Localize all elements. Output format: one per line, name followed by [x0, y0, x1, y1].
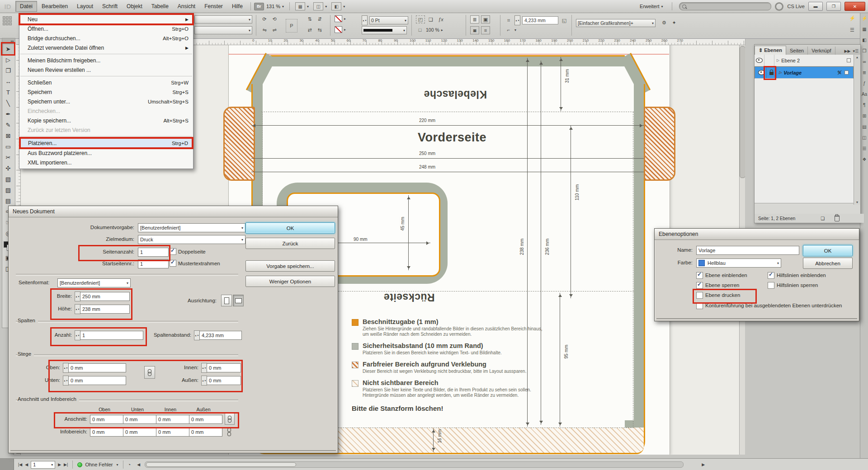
abbrechen-button[interactable]: Abbrechen: [803, 258, 853, 269]
startseitennr-input[interactable]: 1: [138, 259, 169, 268]
effects-panel-icon[interactable]: ƒ: [860, 78, 868, 89]
weniger-optionen-button[interactable]: Weniger Optionen: [245, 276, 335, 287]
file-menu-item[interactable]: Zurück zur letzten Version: [19, 125, 193, 135]
selection-tool[interactable]: ➤: [2, 43, 14, 54]
layer-visibility-toggle[interactable]: [755, 55, 764, 66]
scissors-tool[interactable]: ✂: [2, 152, 14, 163]
free-transform-tool[interactable]: ✣: [2, 163, 14, 174]
menu-layout[interactable]: Layout: [72, 1, 98, 12]
corner-shape-select[interactable]: ⌐▾: [505, 26, 516, 33]
aussen-input[interactable]: 0 mm: [207, 376, 241, 385]
swatch-stroke-select[interactable]: ▾: [194, 26, 252, 34]
glyphs-panel-icon[interactable]: ⊞: [860, 110, 868, 121]
file-menu-item[interactable]: Bridge durchsuchen...Alt+Strg+O: [19, 33, 193, 43]
layers-scrollbar[interactable]: ▲▼: [854, 55, 860, 205]
preflight-menu-caret[interactable]: ▾: [117, 463, 118, 467]
document-vertical-scrollbar-thumb[interactable]: [740, 46, 745, 178]
tools-panel-collapse-icon[interactable]: ▸▸: [2, 38, 15, 43]
expand-triangle-icon[interactable]: ▷: [777, 58, 779, 62]
file-menu-item[interactable]: Neu▶: [19, 14, 193, 24]
control-panel-menu-icon[interactable]: ☰: [848, 26, 856, 33]
layer-lock-toggle[interactable]: [767, 67, 777, 78]
text-wrap-panel-icon[interactable]: ◫: [860, 132, 868, 143]
panel-menu-icon[interactable]: ▾☰: [853, 49, 859, 53]
character-panel-icon[interactable]: Aa: [860, 89, 868, 99]
dialog-title[interactable]: Neues Dokument: [9, 206, 338, 217]
infobereich-input[interactable]: 0 mm: [90, 428, 123, 437]
align-panel-icon[interactable]: ☰: [860, 143, 868, 154]
anschnitt-input[interactable]: 0 mm: [189, 415, 222, 424]
cs-live-icon[interactable]: [775, 2, 783, 11]
seitenformat-select[interactable]: [Benutzerdefiniert]▾: [57, 278, 131, 287]
note-tool[interactable]: ▤: [2, 195, 14, 206]
farbe-select[interactable]: Hellblau▾: [696, 258, 781, 268]
file-menu-item[interactable]: Meinen Bildschirm freigeben...: [19, 56, 193, 65]
layer-row-vorlage[interactable]: ▷ Vorlage ✎̸: [755, 66, 854, 79]
control-panel-lightning-icon[interactable]: ⚡: [848, 14, 856, 22]
panel-collapse-icon[interactable]: ▶▶: [844, 49, 851, 53]
pencil-tool[interactable]: ✎: [2, 119, 14, 130]
menu-tabelle[interactable]: Tabelle: [147, 1, 173, 12]
view-options-dropdown[interactable]: ▦▾: [293, 1, 311, 11]
name-input[interactable]: Vorlage: [696, 246, 799, 255]
preflight-clock-icon[interactable]: ◔: [128, 462, 131, 467]
horizontal-scrollbar-thumb[interactable]: [146, 462, 296, 467]
first-page-button[interactable]: |◀: [18, 462, 22, 467]
page-number-field[interactable]: 1▾: [31, 461, 55, 469]
paragraph-panel-icon[interactable]: ¶: [860, 99, 868, 110]
expand-triangle-icon[interactable]: ▷: [779, 70, 782, 75]
prev-page-button[interactable]: ◀: [25, 462, 28, 467]
dialog-title[interactable]: Ebenenoptionen: [655, 229, 859, 240]
ebene-sperren-checkbox[interactable]: [696, 282, 703, 289]
delete-layer-icon[interactable]: [835, 216, 840, 221]
file-menu-item[interactable]: Einchecken...: [19, 106, 193, 116]
zurueck-button[interactable]: Zurück: [245, 238, 335, 249]
layer-lock-toggle[interactable]: [764, 55, 774, 66]
layer-name[interactable]: Ebene 2: [781, 58, 800, 63]
stroke-panel-icon[interactable]: ≣: [860, 67, 868, 78]
layer-target-square[interactable]: [844, 70, 849, 75]
object-style-select[interactable]: [Einfacher Grafikrahmen]+▾: [576, 19, 656, 27]
hilfslinien-einblenden-checkbox[interactable]: [768, 272, 774, 279]
file-menu-item[interactable]: Speichern unter...Umschalt+Strg+S: [19, 97, 193, 106]
vorgabe-speichern-button[interactable]: Vorgabe speichern...: [245, 260, 335, 272]
anschnitt-input[interactable]: 0 mm: [156, 415, 189, 424]
infobereich-input[interactable]: 0 mm: [123, 428, 156, 437]
dokumentvorgabe-select[interactable]: [Benutzerdefiniert]▾: [138, 223, 245, 232]
infobereich-link-button[interactable]: [225, 426, 234, 437]
orientation-landscape-button[interactable]: [233, 295, 244, 306]
flip-buttons[interactable]: ⇋⇌: [260, 26, 278, 33]
swatches-panel-icon[interactable]: ▦: [860, 24, 868, 34]
corner-options-icons[interactable]: ◰❑ƒx: [416, 15, 445, 24]
minimize-button[interactable]: ▬: [808, 2, 823, 11]
file-menu-item[interactable]: SchließenStrg+W: [19, 78, 193, 87]
gradient-tool[interactable]: ▧: [2, 174, 14, 184]
scroll-right-button[interactable]: ▶: [702, 462, 705, 467]
table-panel-icon[interactable]: ▤: [860, 121, 868, 132]
opacity-field[interactable]: □100 %▸: [416, 26, 443, 33]
scroll-left-button[interactable]: ◀: [137, 462, 140, 467]
spaltenabstand-input[interactable]: 4,233 mm: [199, 331, 242, 340]
panel-tab-verknüpf[interactable]: Verknüpf: [808, 47, 835, 55]
file-menu-item[interactable]: Kopie speichern...Alt+Strg+S: [19, 116, 193, 125]
text-wrap-buttons-bottom[interactable]: ◙≡: [470, 26, 490, 34]
layer-row-ebene2[interactable]: ▷ Ebene 2: [755, 55, 854, 66]
menu-schrift[interactable]: Schrift: [98, 1, 122, 12]
bridge-button[interactable]: Br: [254, 3, 264, 10]
restore-button[interactable]: ❐: [826, 2, 841, 11]
file-menu-item[interactable]: SpeichernStrg+S: [19, 87, 193, 97]
gradient-feather-tool[interactable]: ▨: [2, 184, 14, 195]
panel-tab-seiten[interactable]: Seiten: [786, 47, 808, 55]
file-menu-item[interactable]: Öffnen...Strg+O: [19, 24, 193, 33]
stroke-style-select[interactable]: ▾: [362, 26, 407, 34]
distribute-buttons-bottom[interactable]: ⇄⇆: [306, 26, 324, 33]
ok-button[interactable]: OK: [803, 245, 853, 256]
corner-radius-field[interactable]: ⌗▲▼ 4,233 mm ◱: [505, 15, 568, 25]
stroke-weight-field[interactable]: ▲▼ 0 Pt▾: [362, 15, 408, 25]
stroke-color-none[interactable]: ▸: [335, 15, 346, 22]
file-menu-item[interactable]: Aus Buzzword platzieren...: [19, 148, 193, 158]
styles-panel-icon[interactable]: ❖: [860, 154, 868, 164]
direct-selection-tool[interactable]: ▷: [2, 54, 14, 65]
menu-fenster[interactable]: Fenster: [200, 1, 227, 12]
layer-name[interactable]: Vorlage: [783, 70, 802, 75]
